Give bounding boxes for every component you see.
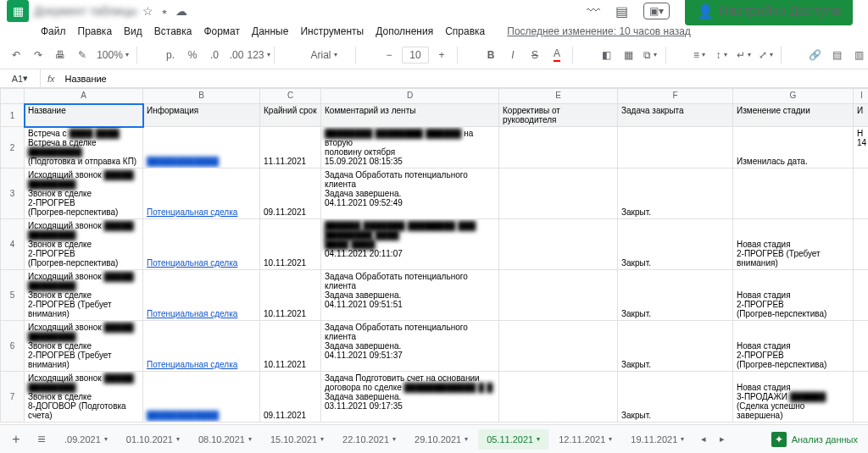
cell[interactable]: Изменилась дата. [733, 127, 854, 168]
sheets-logo[interactable]: ▦ [7, 0, 29, 22]
cell[interactable]: ████████████ [143, 127, 260, 168]
cell[interactable]: Потенциальная сделка [143, 219, 260, 270]
text-color-btn[interactable]: A [548, 45, 566, 65]
cell[interactable] [854, 423, 869, 423]
cell[interactable]: Н14 [854, 127, 869, 168]
menu-data[interactable]: Данные [247, 24, 293, 39]
cell[interactable]: Новая стадия3-ПРОДАЖИ ██████(Сделка успе… [733, 372, 854, 423]
row-header[interactable]: 5 [1, 270, 25, 321]
cell[interactable] [143, 423, 260, 423]
sheet-tab[interactable]: .09.2021 ▾ [56, 429, 116, 450]
cloud-icon[interactable]: ☁ [175, 4, 187, 19]
cell[interactable] [499, 270, 618, 321]
rotate-btn[interactable]: ⤢ [756, 45, 775, 65]
deal-link[interactable]: Потенциальная сделка [147, 309, 237, 318]
cell[interactable]: Изменение стадии [733, 104, 854, 127]
inc-decimal-btn[interactable]: .00 [227, 45, 246, 65]
cell[interactable]: 10.11.2021 [260, 270, 321, 321]
star-icon[interactable]: ☆ [142, 4, 153, 19]
zoom-select[interactable]: 100% [95, 45, 131, 65]
cell[interactable] [499, 127, 618, 168]
font-size-input[interactable]: 10 [402, 47, 429, 64]
cell[interactable]: 09.11.2021 [260, 372, 321, 423]
num-format-btn[interactable]: 123 [249, 45, 268, 65]
comment-icon[interactable]: ▤ [615, 3, 628, 19]
cell[interactable]: Закрыт. [618, 219, 733, 270]
tabs-right-icon[interactable]: ▸ [715, 434, 730, 445]
row-header[interactable]: 3 [1, 168, 25, 219]
redo-icon[interactable]: ↷ [29, 45, 47, 65]
cell[interactable]: ██████ ███████ ████████ ███ ████████ ███… [321, 219, 499, 270]
add-sheet-button[interactable]: + [5, 428, 27, 450]
column-headers[interactable]: A B C D E F G I [1, 89, 869, 104]
cell[interactable]: Потенциальная сделка [143, 321, 260, 372]
cell[interactable]: Задача Обработать потенциального клиента… [321, 321, 499, 372]
link-btn[interactable]: 🔗 [805, 45, 824, 65]
dec-decimal-btn[interactable]: .0 [205, 45, 224, 65]
cell[interactable]: Исходящий звонок █████████████Звонок в с… [25, 270, 143, 321]
cell[interactable]: Закрыт. [618, 321, 733, 372]
cell[interactable]: Исходящий звонок █████████████Звонок в с… [25, 168, 143, 219]
menu-view[interactable]: Вид [119, 24, 147, 39]
currency-btn[interactable]: р. [161, 45, 180, 65]
deal-link[interactable]: Потенциальная сделка [147, 258, 237, 268]
cell[interactable]: И [854, 104, 869, 127]
cell[interactable]: 10.11.2021 [260, 321, 321, 372]
tabs-left-icon[interactable]: ◂ [696, 434, 711, 445]
share-button[interactable]: 👤 Настройки Доступа [685, 0, 853, 25]
activity-icon[interactable]: 〰 [587, 3, 600, 19]
sheet-tab[interactable]: 12.11.2021 ▾ [550, 429, 620, 450]
cell[interactable]: Задача Обработать потенциального клиента… [321, 168, 499, 219]
row-header[interactable]: 6 [1, 321, 25, 372]
cell[interactable] [854, 219, 869, 270]
cell[interactable]: Исходящий звонок █████████████Звонок в с… [25, 372, 143, 423]
cell[interactable] [854, 372, 869, 423]
cell[interactable] [499, 372, 618, 423]
cell[interactable] [499, 423, 618, 423]
menu-tools[interactable]: Инструменты [295, 24, 369, 39]
menu-help[interactable]: Справка [440, 24, 490, 39]
cell[interactable]: Закрыт. [618, 168, 733, 219]
bold-btn[interactable]: B [481, 45, 500, 65]
italic-btn[interactable]: I [504, 45, 522, 65]
name-box[interactable]: A1 ▾ [0, 69, 41, 87]
cell[interactable]: Исходящий звонок █████████████Звонок в с… [25, 321, 143, 372]
cell[interactable] [854, 168, 869, 219]
doc-title[interactable]: Документ таблицы [34, 4, 137, 18]
row-header[interactable]: 7 [1, 372, 25, 423]
cell[interactable]: Потенциальная сделка [143, 168, 260, 219]
cell[interactable] [321, 423, 499, 423]
cell[interactable]: Комментарий из ленты [321, 104, 499, 127]
sheet-tab[interactable]: 15.10.2021 ▾ [262, 429, 332, 450]
cell[interactable]: Потенциальная сделка [143, 270, 260, 321]
font-size-dec[interactable]: − [380, 45, 398, 65]
halign-btn[interactable]: ≡ [690, 45, 709, 65]
menu-edit[interactable]: Правка [73, 24, 118, 39]
cell[interactable]: Задача закрыта [618, 104, 733, 127]
menu-insert[interactable]: Вставка [149, 24, 198, 39]
chart-btn[interactable]: ▥ [849, 45, 868, 65]
menu-addons[interactable]: Дополнения [370, 24, 438, 39]
cell[interactable]: Закрыт. [618, 270, 733, 321]
cell[interactable]: Новая стадия2-ПРОГРЕВ(Прогрев-перспектив… [733, 270, 854, 321]
cell[interactable]: 10.11.2021 [260, 219, 321, 270]
last-edit-link[interactable]: Последнее изменение: 10 часов назад [502, 24, 696, 39]
all-sheets-button[interactable]: ≡ [31, 428, 53, 450]
row-header[interactable]: 1 [1, 104, 25, 127]
deal-link[interactable]: Потенциальная сделка [147, 360, 237, 369]
cell[interactable]: Задача Обработать потенциального клиента… [321, 270, 499, 321]
cell[interactable]: 09.11.2021 [260, 168, 321, 219]
sheet-tab[interactable]: 19.11.2021 ▾ [622, 429, 693, 450]
cell[interactable] [618, 423, 733, 423]
cell[interactable] [260, 423, 321, 423]
comment-btn[interactable]: ▤ [827, 45, 846, 65]
sheet-tab[interactable]: 05.11.2021 ▾ [478, 429, 548, 450]
merge-btn[interactable]: ⧉ [641, 45, 659, 65]
cell[interactable]: ████████████ [143, 372, 260, 423]
print-icon[interactable]: 🖶 [51, 45, 70, 65]
explore-button[interactable]: ✦ Анализ данных [771, 432, 858, 447]
cell[interactable]: Закрыт. [618, 372, 733, 423]
present-icon[interactable]: ▣▾ [643, 3, 670, 19]
cell[interactable] [854, 321, 869, 372]
font-select[interactable]: Arial [298, 45, 349, 65]
